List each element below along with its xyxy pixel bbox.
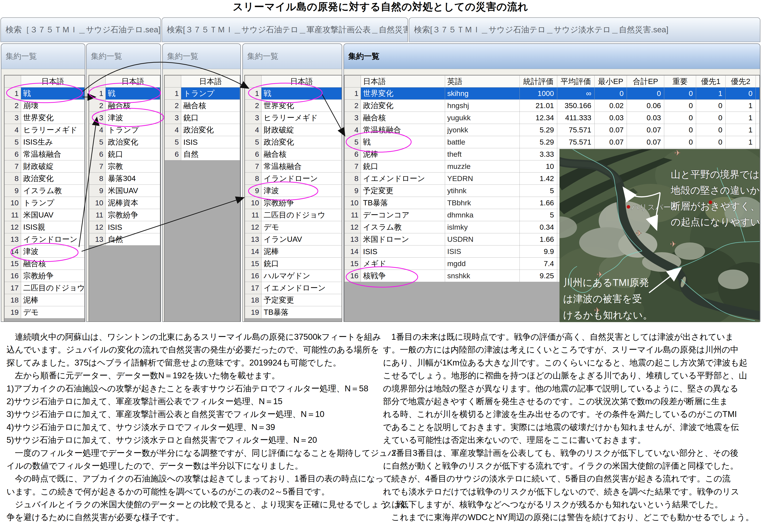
table-row[interactable]: 2融合核 bbox=[89, 100, 160, 112]
table-row[interactable]: 12ISIS bbox=[89, 221, 160, 233]
table-row[interactable]: 4ヒラリーメギド bbox=[5, 124, 85, 136]
cell-ja[interactable]: 米国ドローン bbox=[361, 233, 445, 246]
row-label[interactable]: 融合核 bbox=[106, 100, 160, 112]
column-header[interactable]: 平均評価 bbox=[557, 76, 595, 88]
cell-total[interactable]: 0.03 bbox=[627, 112, 664, 124]
row-label[interactable]: ISIS親 bbox=[21, 221, 85, 233]
table-row[interactable]: 18泥棒 bbox=[5, 294, 85, 306]
cell-ja[interactable]: メギド bbox=[361, 258, 445, 270]
cell-min[interactable]: 0 bbox=[595, 88, 627, 100]
table-row[interactable]: 1戦 bbox=[245, 88, 342, 100]
aggregate-table-1[interactable]: 日本語1戦2崩壊3世界変化4ヒラリーメギド5ISIS生み6常温核融合7財政破綻8… bbox=[4, 75, 85, 322]
cell-total[interactable]: 0.07 bbox=[627, 136, 664, 148]
table-row[interactable]: 10トランプ bbox=[5, 197, 85, 209]
table-row[interactable]: 2崩壊 bbox=[5, 100, 85, 112]
table-row[interactable]: 3ヒラリーメギド bbox=[245, 112, 342, 124]
row-label[interactable]: 宗教紛争 bbox=[21, 270, 85, 282]
panel-2-header[interactable]: 集約一覧 bbox=[87, 44, 160, 69]
column-header[interactable]: 合計EP bbox=[627, 76, 664, 88]
cell-stat[interactable]: 9.25 bbox=[520, 270, 557, 282]
row-label[interactable]: 津波 bbox=[21, 246, 85, 258]
cell-p2[interactable]: 1 bbox=[726, 100, 756, 112]
row-label[interactable]: 融合核 bbox=[21, 258, 85, 270]
column-header[interactable]: 英語 bbox=[445, 76, 520, 88]
cell-stat[interactable]: 1.66 bbox=[520, 233, 557, 246]
row-label[interactable]: 自然 bbox=[181, 148, 240, 160]
table-row[interactable]: 3世界変化 bbox=[5, 112, 85, 124]
row-label[interactable]: 銃口 bbox=[181, 112, 240, 124]
table-row[interactable]: 5政治変化 bbox=[245, 136, 342, 148]
cell-avg[interactable]: 350.166 bbox=[557, 100, 595, 112]
row-label[interactable]: ISIS bbox=[106, 221, 160, 233]
row-label[interactable]: 常温核融合 bbox=[21, 148, 85, 160]
row-label[interactable]: ハルマゲドン bbox=[262, 270, 342, 282]
row-label[interactable]: TB暴落 bbox=[262, 306, 342, 319]
cell-ja[interactable]: 融合核 bbox=[361, 112, 445, 124]
row-label[interactable]: 政治変化 bbox=[262, 136, 342, 148]
cell-en[interactable]: TBbhrk bbox=[445, 197, 520, 209]
cell-ja[interactable]: 常温核融合 bbox=[361, 124, 445, 136]
cell-imp[interactable]: 0 bbox=[664, 100, 696, 112]
column-header[interactable]: 日本語 bbox=[361, 76, 445, 88]
table-row[interactable]: 11米国UAV bbox=[5, 209, 85, 221]
cell-ja[interactable]: 予定変更 bbox=[361, 185, 445, 197]
row-label[interactable]: イエメンドローン bbox=[262, 282, 342, 294]
row-label[interactable]: 崩壊 bbox=[21, 100, 85, 112]
cell-en[interactable]: dhmnka bbox=[445, 209, 520, 221]
cell-en[interactable]: YEDRN bbox=[445, 173, 520, 185]
cell-en[interactable]: skihng bbox=[445, 88, 520, 100]
row-label[interactable]: 宗教紛争 bbox=[262, 197, 342, 209]
cell-en[interactable]: islmky bbox=[445, 221, 520, 233]
row-label[interactable]: ISIS bbox=[181, 136, 240, 148]
cell-imp[interactable]: 0 bbox=[664, 88, 696, 100]
column-header[interactable]: 優先1 bbox=[696, 76, 726, 88]
table-row[interactable]: 9津波 bbox=[245, 185, 342, 197]
cell-p2[interactable]: 1 bbox=[726, 124, 756, 136]
column-header[interactable]: 優先2 bbox=[726, 76, 756, 88]
cell-ja[interactable]: 戦 bbox=[361, 136, 445, 148]
table-row[interactable]: 8暴落304 bbox=[89, 173, 160, 185]
cell-en[interactable]: USDRN bbox=[445, 233, 520, 246]
cell-stat[interactable]: 5.29 bbox=[520, 124, 557, 136]
table-row[interactable]: 17二匹目のドジョウ bbox=[5, 282, 85, 294]
table5-row[interactable]: 2政治変化hngshj21.01350.1660.020.06001 bbox=[345, 100, 760, 112]
row-label[interactable]: 自然 bbox=[106, 233, 160, 246]
cell-p2[interactable]: 1 bbox=[726, 112, 756, 124]
cell-stat[interactable]: 12.34 bbox=[520, 112, 557, 124]
row-label[interactable]: 融合核 bbox=[181, 100, 240, 112]
cell-stat[interactable]: 1.66 bbox=[520, 197, 557, 209]
aggregate-table-2[interactable]: 日本語1戦2融合核3津波4トランプ5政治変化6銃口7宗教8暴落3049米国UAV… bbox=[88, 75, 160, 322]
cell-en[interactable]: theft bbox=[445, 148, 520, 160]
row-label[interactable]: イランドローン bbox=[21, 233, 85, 246]
cell-avg[interactable]: 75.571 bbox=[557, 136, 595, 148]
row-label[interactable]: デモ bbox=[262, 221, 342, 233]
cell-p2[interactable]: 0 bbox=[726, 88, 756, 100]
row-label[interactable]: 常温核融合 bbox=[262, 160, 342, 173]
row-label[interactable]: 財政破綻 bbox=[21, 160, 85, 173]
table-row[interactable]: 19TB暴落 bbox=[245, 306, 342, 319]
row-label[interactable]: 銃口 bbox=[262, 258, 342, 270]
cell-en[interactable]: mgdd bbox=[445, 258, 520, 270]
row-label[interactable]: 銃口 bbox=[106, 148, 160, 160]
row-label[interactable]: 津波 bbox=[262, 185, 342, 197]
table-row[interactable]: 9イスラム教 bbox=[5, 185, 85, 197]
table-row[interactable]: 5ISIS bbox=[165, 136, 240, 148]
table-row[interactable]: 1トランプ bbox=[165, 88, 240, 100]
row-label[interactable]: トランプ bbox=[106, 124, 160, 136]
row-label[interactable]: トランプ bbox=[21, 197, 85, 209]
table5-row[interactable]: 1世界変化skihng1000∞00010 bbox=[345, 88, 760, 100]
panel-1-header[interactable]: 集約一覧 bbox=[1, 44, 85, 69]
cell-en[interactable]: jyonkk bbox=[445, 124, 520, 136]
table-row[interactable]: 13イランドローン bbox=[5, 233, 85, 246]
cell-stat[interactable]: 9.9 bbox=[520, 246, 557, 258]
cell-stat[interactable]: 21.01 bbox=[520, 100, 557, 112]
table-row[interactable]: 9米国UAV bbox=[89, 185, 160, 197]
table-row[interactable]: 16ハルマゲドン bbox=[245, 270, 342, 282]
cell-min[interactable]: 0.03 bbox=[595, 112, 627, 124]
cell-en[interactable]: ytihnk bbox=[445, 185, 520, 197]
table-row[interactable]: 7財政破綻 bbox=[5, 160, 85, 173]
row-label[interactable]: 宗教紛争 bbox=[106, 209, 160, 221]
aggregate-table-4[interactable]: 日本語1戦2世界変化3ヒラリーメギド4財政破綻5政治変化6融合核7常温核融合8イ… bbox=[244, 75, 342, 322]
row-label[interactable]: 融合核 bbox=[262, 148, 342, 160]
row-label[interactable]: 政治変化 bbox=[106, 136, 160, 148]
